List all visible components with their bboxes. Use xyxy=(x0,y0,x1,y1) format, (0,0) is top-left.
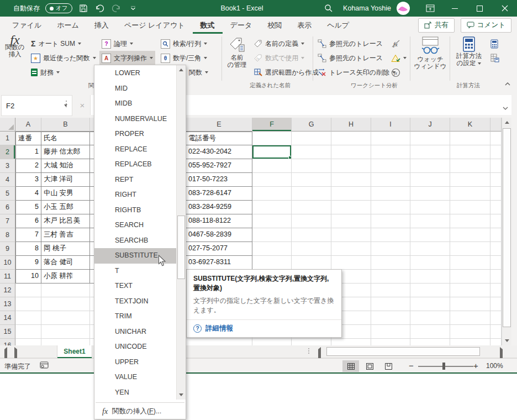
cell-I13[interactable] xyxy=(371,297,410,311)
cell-X4[interactable] xyxy=(490,173,502,187)
cell-I3[interactable] xyxy=(371,159,410,173)
cell-J2[interactable] xyxy=(410,145,450,159)
share-button[interactable]: 共有 xyxy=(418,18,455,33)
ribbon-tab-3[interactable]: ページ レイアウト xyxy=(117,17,193,34)
cell-F8[interactable] xyxy=(252,228,292,242)
cell-E3[interactable]: 055-952-7927 xyxy=(186,159,252,173)
cell-A15[interactable] xyxy=(15,325,41,339)
cell-J14[interactable] xyxy=(410,311,450,325)
expand-formula-bar-button[interactable] xyxy=(503,103,508,113)
row-header-8[interactable]: 8 xyxy=(0,228,15,242)
cell-E7[interactable]: 088-118-8122 xyxy=(186,214,252,228)
cell-X3[interactable] xyxy=(490,159,502,173)
cell-B5[interactable]: 中山 安男 xyxy=(41,187,90,201)
cell-E2[interactable]: 022-430-2042 xyxy=(186,145,252,159)
cell-H9[interactable] xyxy=(331,242,371,256)
normal-view-button[interactable] xyxy=(342,360,359,372)
close-button[interactable] xyxy=(492,0,517,17)
menu-item-text[interactable]: TEXT xyxy=(94,279,176,294)
cell-X6[interactable] xyxy=(490,201,502,214)
cell-F6[interactable] xyxy=(252,201,292,214)
menu-item-replaceb[interactable]: REPLACEB xyxy=(94,157,176,172)
cell-I1[interactable] xyxy=(371,132,410,145)
insert-function-menu-item[interactable]: fx 関数の挿入(F)... xyxy=(94,404,186,419)
cell-H10[interactable] xyxy=(331,256,371,270)
cell-J13[interactable] xyxy=(410,297,450,311)
menu-item-replace[interactable]: REPLACE xyxy=(94,142,176,158)
create-from-selection-button[interactable]: 選択範囲から作成 xyxy=(252,65,321,80)
cell-G2[interactable] xyxy=(292,145,331,159)
column-header-I[interactable]: I xyxy=(371,118,410,132)
cell-J6[interactable] xyxy=(410,201,450,214)
evaluate-formula-button[interactable]: fx xyxy=(389,65,408,80)
cell-B16[interactable] xyxy=(41,339,90,345)
more-functions-button-partial[interactable]: 関数 xyxy=(187,65,210,80)
cell-F4[interactable] xyxy=(252,173,292,187)
minimize-button[interactable] xyxy=(442,0,467,17)
cell-E6[interactable]: 083-284-9259 xyxy=(186,201,252,214)
zoom-in-button[interactable]: + xyxy=(473,361,478,370)
ribbon-tab-2[interactable]: 挿入 xyxy=(87,17,117,34)
menu-item-textjoin[interactable]: TEXTJOIN xyxy=(94,294,176,309)
cell-F16[interactable] xyxy=(252,339,292,345)
cell-E10[interactable]: 03-6927-8311 xyxy=(186,256,252,270)
vertical-scroll-thumb[interactable] xyxy=(503,128,511,327)
lookup-reference-button[interactable]: 検索/行列 xyxy=(159,36,209,51)
cell-J1[interactable] xyxy=(410,132,450,145)
cell-K7[interactable] xyxy=(450,214,490,228)
calculate-now-button[interactable] xyxy=(488,36,506,51)
cell-B10[interactable]: 落合 健司 xyxy=(41,256,90,270)
cell-F9[interactable] xyxy=(252,242,292,256)
menu-scroll-down-button[interactable] xyxy=(177,390,186,400)
cell-F5[interactable] xyxy=(252,187,292,201)
menu-item-numbervalue[interactable]: NUMBERVALUE xyxy=(94,112,176,127)
cell-A8[interactable]: 7 xyxy=(15,228,41,242)
column-header-B[interactable]: B xyxy=(41,118,90,132)
cell-K14[interactable] xyxy=(450,311,490,325)
ribbon-tab-7[interactable]: 表示 xyxy=(289,17,319,34)
cell-J8[interactable] xyxy=(410,228,450,242)
row-header-10[interactable]: 10 xyxy=(0,256,15,270)
cell-G9[interactable] xyxy=(292,242,331,256)
row-header-2[interactable]: 2 xyxy=(0,145,15,159)
cell-J16[interactable] xyxy=(410,339,450,345)
tooltip-help-link[interactable]: ? 詳細情報 xyxy=(193,324,335,333)
row-header-1[interactable]: 1 xyxy=(0,132,15,145)
cell-X1[interactable] xyxy=(490,132,502,145)
cell-A12[interactable] xyxy=(15,284,41,297)
cell-B14[interactable] xyxy=(41,311,90,325)
calculate-sheet-button[interactable] xyxy=(488,51,506,65)
cell-B12[interactable] xyxy=(41,284,90,297)
menu-item-lower[interactable]: LOWER xyxy=(94,66,176,81)
page-break-preview-button[interactable] xyxy=(380,360,397,372)
name-box[interactable]: F2 xyxy=(1,95,72,116)
cell-J7[interactable] xyxy=(410,214,450,228)
cell-A4[interactable]: 3 xyxy=(15,173,41,187)
cell-H16[interactable] xyxy=(331,339,371,345)
collapse-ribbon-button[interactable] xyxy=(503,76,517,91)
trace-dependents-button[interactable]: 参照先のトレース xyxy=(315,51,385,65)
cell-B7[interactable]: 木戸 比呂美 xyxy=(41,214,90,228)
cell-K16[interactable] xyxy=(450,339,490,345)
row-header-13[interactable]: 13 xyxy=(0,297,15,311)
cell-E8[interactable]: 0467-58-2839 xyxy=(186,228,252,242)
cell-K3[interactable] xyxy=(450,159,490,173)
cell-G6[interactable] xyxy=(292,201,331,214)
formula-bar-grip[interactable] xyxy=(66,101,67,107)
ribbon-tab-4[interactable]: 数式 xyxy=(193,17,223,34)
cell-H3[interactable] xyxy=(331,159,371,173)
menu-item-trim[interactable]: TRIM xyxy=(94,309,176,324)
search-button[interactable] xyxy=(323,3,334,14)
cell-J9[interactable] xyxy=(410,242,450,256)
menu-item-yen[interactable]: YEN xyxy=(94,385,176,401)
cell-K8[interactable] xyxy=(450,228,490,242)
cell-I14[interactable] xyxy=(371,311,410,325)
column-header-J[interactable]: J xyxy=(410,118,450,132)
cell-A9[interactable]: 8 xyxy=(15,242,41,256)
cell-X12[interactable] xyxy=(490,284,502,297)
cell-B3[interactable]: 大城 知治 xyxy=(41,159,90,173)
column-header-A[interactable]: A xyxy=(15,118,41,132)
financial-button[interactable]: 財務 xyxy=(29,65,62,80)
cell-K11[interactable] xyxy=(450,270,490,284)
cell-K13[interactable] xyxy=(450,297,490,311)
